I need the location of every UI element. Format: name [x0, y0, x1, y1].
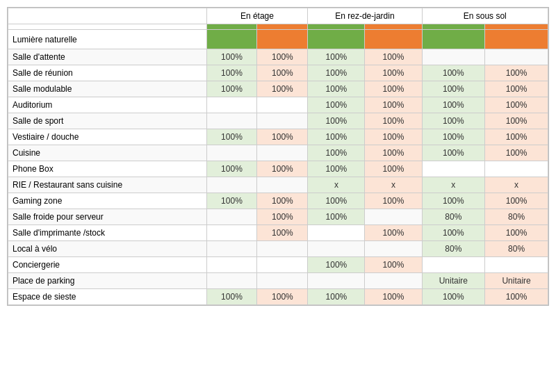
etage-col1-color — [206, 24, 257, 30]
cell-value: 100% — [206, 289, 257, 305]
cell-value: 100% — [422, 113, 485, 129]
table-row: Auditorium100%100%100%100% — [8, 97, 548, 113]
cell-value: 100% — [365, 289, 422, 305]
table-row: Phone Box100%100%100%100% — [8, 161, 548, 177]
cell-value: 100% — [422, 289, 485, 305]
cell-value: 100% — [422, 65, 485, 81]
cell-value: 100% — [422, 129, 485, 145]
cell-value: 80% — [485, 241, 548, 257]
cell-value: 100% — [365, 113, 422, 129]
cell-value — [308, 241, 365, 257]
cell-value: 100% — [365, 97, 422, 113]
cell-value — [206, 177, 257, 193]
row-label: Cuisine — [8, 145, 207, 161]
rez-col2-color — [365, 24, 422, 30]
empty-corner — [8, 8, 207, 24]
cell-value — [206, 113, 257, 129]
cell-value: 100% — [485, 145, 548, 161]
cell-value — [422, 257, 485, 273]
cell-value — [257, 113, 308, 129]
cell-value: 100% — [257, 225, 308, 241]
cell-value — [257, 145, 308, 161]
lumiere-label: Lumière naturelle — [8, 30, 207, 49]
header-sous-sol: En sous sol — [422, 8, 548, 24]
cell-value: 100% — [365, 225, 422, 241]
header-color-row — [8, 24, 548, 30]
cell-value: 100% — [365, 81, 422, 97]
cell-value: Unitaire — [485, 273, 548, 289]
cell-value — [206, 97, 257, 113]
lumiere-etage2 — [257, 30, 308, 49]
cell-value — [422, 161, 485, 177]
cell-value: 100% — [422, 97, 485, 113]
cell-value: x — [308, 177, 365, 193]
cell-value: 100% — [308, 209, 365, 225]
cell-value — [206, 241, 257, 257]
row-label: Salle d'attente — [8, 49, 207, 65]
cell-value — [257, 241, 308, 257]
cell-value: x — [422, 177, 485, 193]
cell-value: 100% — [308, 65, 365, 81]
cell-value — [257, 177, 308, 193]
cell-value — [485, 161, 548, 177]
cell-value: 100% — [308, 129, 365, 145]
cell-value: 100% — [308, 97, 365, 113]
cell-value: 100% — [365, 49, 422, 65]
cell-value: 100% — [257, 65, 308, 81]
cell-value: 100% — [485, 81, 548, 97]
lumiere-etage1 — [206, 30, 257, 49]
table-row: RIE / Restaurant sans cuisinexxxx — [8, 177, 548, 193]
cell-value: 100% — [365, 193, 422, 209]
cell-value: 80% — [422, 241, 485, 257]
lumiere-row: Lumière naturelle — [8, 30, 548, 49]
cell-value: 100% — [485, 225, 548, 241]
table-row: Salle d'attente100%100%100%100% — [8, 49, 548, 65]
row-label: Conciergerie — [8, 257, 207, 273]
cell-value: 100% — [206, 129, 257, 145]
sous-col1-color — [422, 24, 485, 30]
table-row: Salle de réunion100%100%100%100%100%100% — [8, 65, 548, 81]
cell-value: 100% — [365, 65, 422, 81]
row-label: Salle de réunion — [8, 65, 207, 81]
cell-value: 100% — [308, 145, 365, 161]
cell-value: x — [365, 177, 422, 193]
row-label: Espace de sieste — [8, 289, 207, 305]
row-label: Salle froide pour serveur — [8, 209, 207, 225]
table-row: Cuisine100%100%100%100% — [8, 145, 548, 161]
cell-value — [485, 49, 548, 65]
row-label: Phone Box — [8, 161, 207, 177]
cell-value: 100% — [206, 65, 257, 81]
row-label: Salle d'imprimante /stock — [8, 225, 207, 241]
cell-value: 100% — [257, 289, 308, 305]
cell-value — [206, 273, 257, 289]
sous-col2-color — [485, 24, 548, 30]
cell-value: 100% — [257, 193, 308, 209]
cell-value: 100% — [485, 129, 548, 145]
cell-value: 100% — [485, 289, 548, 305]
table-row: Espace de sieste100%100%100%100%100%100% — [8, 289, 548, 305]
cell-value: 100% — [422, 225, 485, 241]
table-body: Salle d'attente100%100%100%100%Salle de … — [8, 49, 548, 305]
table-row: Place de parkingUnitaireUnitaire — [8, 273, 548, 289]
cell-value: 100% — [257, 81, 308, 97]
cell-value: 100% — [308, 49, 365, 65]
lumiere-rez2 — [365, 30, 422, 49]
cell-value — [365, 241, 422, 257]
lumiere-sous2 — [485, 30, 548, 49]
cell-value — [422, 49, 485, 65]
cell-value: 100% — [257, 161, 308, 177]
header-rez: En rez-de-jardin — [308, 8, 422, 24]
color-corner — [8, 24, 207, 30]
cell-value: 100% — [206, 49, 257, 65]
cell-value: 100% — [422, 81, 485, 97]
cell-value — [308, 273, 365, 289]
main-table-wrapper: En étage En rez-de-jardin En sous sol Lu… — [7, 7, 549, 306]
cell-value — [485, 257, 548, 273]
header-etage: En étage — [206, 8, 308, 24]
cell-value — [257, 273, 308, 289]
table-row: Salle d'imprimante /stock100%100%100%100… — [8, 225, 548, 241]
cell-value: 100% — [365, 161, 422, 177]
row-label: Salle modulable — [8, 81, 207, 97]
cell-value: x — [485, 177, 548, 193]
comparison-table: En étage En rez-de-jardin En sous sol Lu… — [8, 8, 548, 305]
